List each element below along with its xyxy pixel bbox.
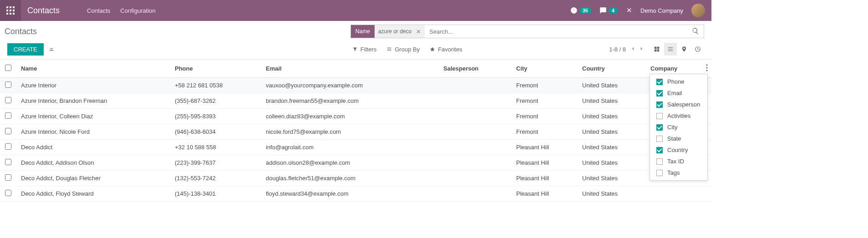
list-view: Name Phone Email Salesperson City Countr… [0,59,711,202]
checkbox-icon [656,101,663,108]
cell-country: United States [579,155,647,171]
table-row[interactable]: Deco Addict, Douglas Fletcher(132)-553-7… [0,171,711,186]
checkbox-icon [656,147,663,153]
apps-icon[interactable] [0,0,21,21]
optional-column-item[interactable]: Phone [650,76,707,87]
optional-column-item[interactable]: City [650,122,707,133]
search-input[interactable] [425,28,687,35]
table-row[interactable]: Azure Interior, Brandon Freeman(355)-687… [0,93,711,109]
view-list-icon[interactable] [664,43,677,56]
facet-value: azure or deco [375,28,415,35]
cell-salesperson [440,109,513,124]
row-checkbox[interactable] [5,174,11,181]
optional-column-item[interactable]: Email [650,87,707,99]
messages-indicator[interactable]: 4 [599,7,618,14]
nav-link-configuration[interactable]: Configuration [120,7,155,14]
row-checkbox[interactable] [5,143,11,150]
view-kanban-icon[interactable] [650,43,663,56]
svg-point-15 [706,67,707,68]
table-row[interactable]: Deco Addict+32 10 588 558info@agrolait.c… [0,140,711,155]
table-row[interactable]: Azure Interior, Nicole Ford(946)-638-603… [0,124,711,140]
row-checkbox[interactable] [5,112,11,119]
pager-prev[interactable] [630,46,636,53]
app-title[interactable]: Contacts [21,6,69,15]
cell-country: United States [579,171,647,186]
view-map-icon[interactable] [678,43,690,56]
cell-city: Fremont [513,109,579,124]
create-button[interactable]: CREATE [7,43,44,56]
cell-city: Pleasant Hill [513,186,579,202]
cell-email: floyd.steward34@example.com [262,186,440,202]
row-checkbox[interactable] [5,97,11,103]
cell-city: Pleasant Hill [513,155,579,171]
svg-rect-8 [13,13,15,15]
optional-column-item[interactable]: Tax ID [650,156,707,167]
svg-rect-4 [10,10,11,11]
cell-email: douglas.fletcher51@example.com [262,171,440,186]
column-header-email[interactable]: Email [262,60,440,78]
user-avatar[interactable] [691,4,705,17]
cell-salesperson [440,140,513,155]
row-checkbox[interactable] [5,128,11,134]
row-checkbox[interactable] [5,190,11,196]
search-box[interactable]: Name azure or deco ✕ [350,25,704,38]
favorites-label: Favorites [438,46,462,53]
view-activity-icon[interactable] [691,43,704,56]
cell-email: colleen.diaz83@example.com [262,109,440,124]
table-row[interactable]: Deco Addict, Floyd Steward(145)-138-3401… [0,186,711,202]
optional-column-item[interactable]: State [650,133,707,144]
import-button[interactable] [48,46,55,53]
select-all-checkbox[interactable] [5,65,11,71]
column-header-phone[interactable]: Phone [171,60,262,78]
groupby-dropdown[interactable]: Group By [386,46,420,53]
column-header-name[interactable]: Name [16,60,171,78]
svg-rect-12 [657,50,660,52]
facet-remove-icon[interactable]: ✕ [415,28,425,35]
cell-salesperson [440,155,513,171]
optional-column-item[interactable]: Country [650,144,707,156]
cell-country: United States [579,78,647,93]
table-row[interactable]: Azure Interior+58 212 681 0538vauxoo@you… [0,78,711,93]
cell-phone: (255)-595-8393 [171,109,262,124]
navbar: Contacts Contacts Configuration 35 4 Dem… [0,0,711,21]
cell-salesperson [440,124,513,140]
debug-close-icon[interactable] [626,7,632,15]
cell-name: Deco Addict, Addison Olson [16,155,171,171]
filters-label: Filters [360,46,376,53]
favorites-dropdown[interactable]: Favorites [430,46,462,53]
column-header-city[interactable]: City [513,60,579,78]
svg-rect-6 [6,13,8,15]
cell-phone: (355)-687-3262 [171,93,262,109]
cell-country: United States [579,186,647,202]
control-panel: Contacts Name azure or deco ✕ CREATE [0,21,711,59]
activities-indicator[interactable]: 35 [570,7,591,14]
optional-column-item[interactable]: Salesperson [650,99,707,110]
svg-rect-10 [657,47,660,49]
company-selector[interactable]: Demo Company [640,7,683,14]
pager-value[interactable]: 1-8 / 8 [609,46,626,53]
pager-next[interactable] [639,46,644,53]
optional-column-item[interactable]: Activities [650,110,707,122]
cell-email: brandon.freeman55@example.com [262,93,440,109]
row-checkbox[interactable] [5,159,11,165]
cell-phone: (223)-399-7637 [171,155,262,171]
cell-phone: (946)-638-6034 [171,124,262,140]
table-row[interactable]: Deco Addict, Addison Olson(223)-399-7637… [0,155,711,171]
checkbox-icon [656,158,663,165]
row-checkbox[interactable] [5,81,11,88]
cell-phone: (145)-138-3401 [171,186,262,202]
svg-rect-11 [655,50,657,52]
nav-link-contacts[interactable]: Contacts [87,7,110,14]
column-header-salesperson[interactable]: Salesperson [440,60,513,78]
search-icon[interactable] [687,27,704,36]
column-header-country[interactable]: Country [579,60,647,78]
optional-column-label: City [667,124,677,131]
cell-name: Azure Interior, Brandon Freeman [16,93,171,109]
optional-column-item[interactable]: Tags [650,167,707,178]
cell-email: nicole.ford75@example.com [262,124,440,140]
filters-dropdown[interactable]: Filters [352,46,376,53]
checkbox-icon [656,90,663,96]
cell-country: United States [579,109,647,124]
table-row[interactable]: Azure Interior, Colleen Diaz(255)-595-83… [0,109,711,124]
checkbox-icon [656,113,663,119]
